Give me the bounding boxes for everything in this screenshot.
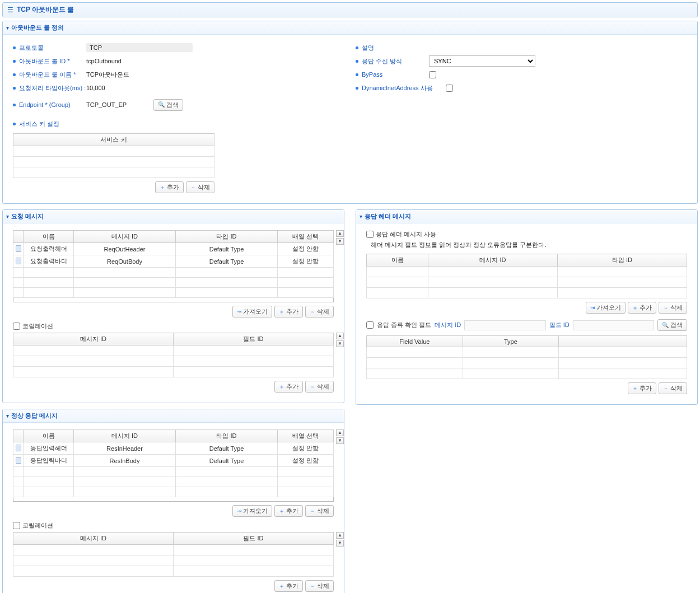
req-corr-add-button[interactable]: ＋추가 [274,381,303,393]
table-row[interactable]: 요청출력바디 ReqOutBody Default Type 설정 안함 [13,255,334,268]
bullet-icon [13,87,16,90]
minus-icon: － [310,508,315,514]
label-dyn-inet: DynamicInetAddress 사용 [362,84,446,92]
plus-icon: ＋ [279,508,284,514]
collapse-icon: ▾ [6,25,9,31]
plus-icon: ＋ [632,305,638,311]
table-row[interactable]: 응답입력바디 ResInBody Default Type 설정 안함 [13,455,334,467]
res-add-button[interactable]: ＋추가 [274,505,303,517]
svc-delete-button[interactable]: －삭제 [186,181,214,193]
rh-add-button[interactable]: ＋추가 [628,302,656,314]
import-icon: ⇥ [237,508,241,514]
move-down-button[interactable]: ▼ [336,238,344,245]
doc-icon [16,445,21,451]
req-corr-delete-button[interactable]: －삭제 [305,381,334,393]
label-service-key: 서비스 키 설정 [19,120,86,128]
value-rule-id: tcpOutbound [86,58,193,64]
fv-add-button[interactable]: ＋추가 [628,382,656,394]
res-corr-delete-button[interactable]: －삭제 [305,580,334,592]
table-row[interactable]: 응답입력헤더 ResInHeader Default Type 설정 안함 [13,442,334,455]
move-up-button[interactable]: ▲ [336,230,344,237]
res-corr-add-button[interactable]: ＋추가 [274,580,303,592]
col-msg-id: 메시지 ID [13,533,174,545]
horizontal-scrollbar[interactable] [13,497,334,502]
rule-icon: ☰ [7,6,13,14]
bullet-icon [356,87,358,90]
minus-icon: － [310,583,315,589]
use-resp-header-checkbox[interactable] [366,231,374,238]
search-icon: 🔍 [158,102,165,108]
value-rule-name: TCP아웃바운드 [86,71,193,79]
service-key-grid[interactable]: 서비스 키 [13,133,214,178]
move-up-button[interactable]: ▲ [336,532,344,539]
section-header-definition[interactable]: ▾ 아웃바운드 룰 정의 [3,21,697,35]
table-cell[interactable] [13,157,214,167]
move-up-button[interactable]: ▲ [336,333,344,339]
bypass-checkbox[interactable] [429,71,436,78]
response-grid[interactable]: 이름 메시지 ID 타입 ID 배열 선택 응답입력헤더 ResInHeader… [13,429,334,497]
move-up-button[interactable]: ▲ [336,429,344,436]
row-reorder-stepper[interactable]: ▲ ▼ [336,429,344,444]
section-title: 정상 응답 메시지 [11,412,58,420]
page-header: ☰ TCP 아웃바운드 룰 [2,2,698,17]
rh-delete-button[interactable]: －삭제 [659,302,687,314]
field-value-grid[interactable]: Field Value Type [366,335,687,379]
field-id-input[interactable] [573,320,654,330]
col-icon [13,231,24,243]
recv-mode-select[interactable]: SYNC [429,55,535,67]
doc-icon [16,258,21,264]
table-cell[interactable] [13,146,214,157]
section-resp-header: ▾ 응답 헤더 메시지 응답 헤더 메시지 사용 헤더 메시지 필드 정보를 읽… [356,209,698,405]
bullet-icon [13,46,16,49]
fv-delete-button[interactable]: －삭제 [659,382,687,394]
res-correlation-checkbox[interactable] [13,522,20,529]
horizontal-scrollbar[interactable] [13,298,334,302]
row-reorder-stepper[interactable]: ▲ ▼ [336,230,344,245]
section-header-request[interactable]: ▾ 요청 메시지 [3,210,344,223]
row-reorder-stepper[interactable]: ▲ ▼ [336,532,344,547]
resp-type-check-checkbox[interactable] [366,321,374,329]
bullet-icon [13,73,16,76]
col-type-id: 타입 ID [176,430,278,442]
label-field-id: 필드 ID [549,321,570,329]
col-blank [559,336,687,347]
bullet-icon [356,46,358,49]
section-request: ▾ 요청 메시지 ▲ ▼ 이름 메시지 ID 타입 ID [2,209,344,403]
minus-icon: － [310,309,315,315]
move-down-button[interactable]: ▼ [336,340,344,347]
msg-id-input[interactable] [464,320,545,330]
endpoint-search-button[interactable]: 🔍 검색 [153,99,183,111]
plus-icon: ＋ [279,384,284,390]
req-correlation-grid[interactable]: 메시지 ID 필드 ID [13,333,334,377]
request-grid[interactable]: 이름 메시지 ID 타입 ID 배열 선택 요청출력헤더 ReqOutHeade… [13,230,334,298]
req-delete-button[interactable]: －삭제 [305,306,334,317]
col-field-value: Field Value [367,336,463,347]
label-msg-id: 메시지 ID [435,321,461,329]
bullet-icon [356,73,358,76]
resp-header-grid[interactable]: 이름 메시지 ID 타입 ID [366,254,687,298]
dyn-inet-checkbox[interactable] [446,85,453,92]
col-name: 이름 [367,254,428,267]
import-icon: ⇥ [237,309,241,315]
section-header-resp-header[interactable]: ▾ 응답 헤더 메시지 [356,210,697,223]
section-response: ▾ 정상 응답 메시지 ▲ ▼ 이름 메시지 ID 타입 [2,409,344,593]
req-add-button[interactable]: ＋추가 [274,306,303,317]
col-icon [13,430,24,442]
res-import-button[interactable]: ⇥가져오기 [232,505,272,517]
move-down-button[interactable]: ▼ [336,437,344,444]
table-cell[interactable] [13,167,214,178]
section-header-response[interactable]: ▾ 정상 응답 메시지 [3,409,344,423]
req-import-button[interactable]: ⇥가져오기 [232,306,272,317]
table-row[interactable]: 요청출력헤더 ReqOutHeader Default Type 설정 안함 [13,243,334,255]
rh-import-button[interactable]: ⇥가져오기 [586,302,626,314]
field-search-button[interactable]: 🔍 검색 [657,319,687,331]
res-delete-button[interactable]: －삭제 [305,505,334,517]
move-down-button[interactable]: ▼ [336,540,344,547]
req-correlation-checkbox[interactable] [13,323,20,330]
row-reorder-stepper[interactable]: ▲ ▼ [336,333,344,347]
svc-add-button[interactable]: ＋추가 [155,181,184,193]
section-definition: ▾ 아웃바운드 룰 정의 프로토콜 TCP 아웃바운드 룰 ID * tcpOu… [2,21,698,204]
col-field-id: 필드 ID [174,333,334,345]
res-correlation-grid[interactable]: 메시지 ID 필드 ID [13,532,334,577]
minus-icon: － [310,384,315,390]
